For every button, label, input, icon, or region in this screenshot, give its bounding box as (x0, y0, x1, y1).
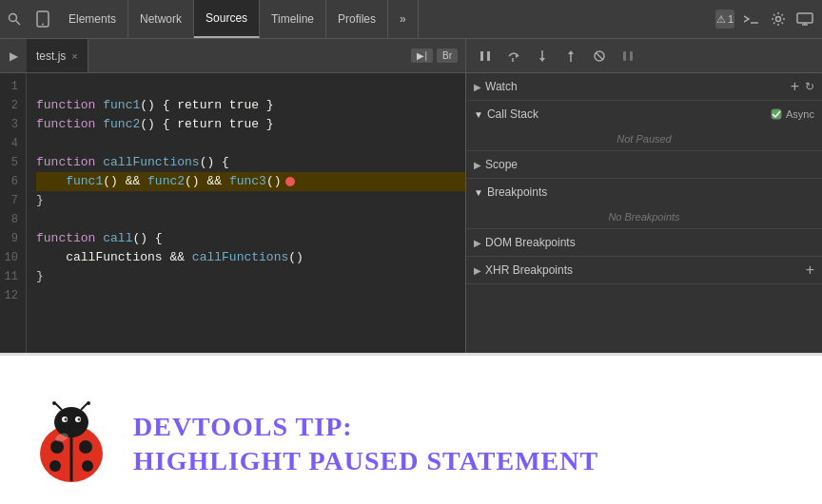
watch-expand-icon: ▶ (474, 82, 481, 92)
breakpoint-button[interactable]: Br (437, 48, 458, 63)
code-line-1 (36, 77, 465, 96)
source-panel: ▶ test.js × ▶| Br 1 2 3 4 5 6 7 8 9 1 (0, 39, 466, 353)
deactivate-button[interactable] (588, 45, 611, 68)
dom-breakpoints-section: ▶ DOM Breakpoints (466, 229, 822, 257)
tab-more[interactable]: » (388, 0, 419, 38)
callstack-header[interactable]: ▼ Call Stack Async (466, 101, 822, 127)
tab-profiles[interactable]: Profiles (326, 0, 388, 38)
callstack-status: Not Paused (466, 127, 822, 150)
code-line-5: function callFunctions() { (36, 153, 465, 172)
watch-add-button[interactable]: + (791, 78, 799, 95)
code-line-8 (36, 210, 465, 229)
xhr-breakpoints-header[interactable]: ▶ XHR Breakpoints + (466, 257, 822, 283)
svg-point-5 (776, 17, 781, 22)
svg-line-35 (81, 403, 88, 410)
svg-point-0 (10, 14, 17, 22)
xhr-breakpoints-section: ▶ XHR Breakpoints + (466, 257, 822, 284)
svg-point-36 (87, 401, 90, 405)
async-checkbox[interactable]: Async (771, 108, 814, 120)
dom-breakpoints-header[interactable]: ▶ DOM Breakpoints (466, 229, 822, 256)
code-content: function func1() { return true } functio… (27, 73, 465, 353)
svg-line-18 (596, 52, 603, 60)
pause-button[interactable] (474, 45, 497, 68)
error-dot (285, 177, 295, 186)
svg-rect-20 (630, 51, 633, 61)
svg-point-3 (42, 24, 44, 26)
code-line-2: function func1() { return true } (36, 96, 465, 115)
toolbar-right: ⚠1 (715, 10, 822, 29)
step-into-button[interactable] (531, 45, 554, 68)
watch-section: ▶ Watch + ↻ (466, 73, 822, 101)
file-tab-right: ▶| Br (411, 48, 465, 63)
svg-point-31 (65, 418, 68, 421)
code-line-7: } (36, 191, 465, 210)
watch-controls: + ↻ (791, 78, 814, 95)
breakpoints-status: No Breakpoints (466, 205, 822, 228)
svg-point-34 (52, 401, 56, 405)
tab-timeline[interactable]: Timeline (260, 0, 326, 38)
svg-marker-14 (539, 58, 545, 62)
svg-point-32 (78, 418, 81, 421)
svg-marker-16 (568, 50, 574, 54)
mobile-icon[interactable] (29, 0, 57, 38)
tip-text: DevTools Tip: Highlight Paused Statement (133, 412, 598, 476)
code-line-4 (36, 134, 465, 153)
svg-point-25 (50, 440, 64, 454)
callstack-expand-icon: ▼ (474, 109, 483, 120)
ladybug-image (29, 401, 114, 487)
pause2-button[interactable] (616, 45, 639, 68)
step-over-button[interactable] (502, 45, 525, 68)
svg-point-28 (82, 460, 93, 472)
breakpoints-section: ▼ Breakpoints No Breakpoints (466, 179, 822, 229)
callstack-section: ▼ Call Stack Async Not Paused (466, 101, 822, 151)
code-line-11: } (36, 267, 465, 286)
breakpoints-header[interactable]: ▼ Breakpoints (466, 179, 822, 205)
tab-elements[interactable]: Elements (57, 0, 128, 38)
code-line-9: function call() { (36, 229, 465, 248)
close-tab-button[interactable]: × (71, 50, 77, 62)
search-icon[interactable] (0, 0, 29, 38)
xhr-breakpoints-expand-icon: ▶ (474, 265, 481, 276)
svg-rect-10 (487, 51, 490, 61)
dom-breakpoints-expand-icon: ▶ (474, 238, 481, 248)
watch-header[interactable]: ▶ Watch + ↻ (466, 73, 822, 100)
breakpoints-expand-icon: ▼ (474, 187, 483, 198)
badge-icon[interactable]: ⚠1 (715, 10, 734, 29)
svg-line-1 (16, 21, 21, 26)
file-tab-testjs[interactable]: test.js × (27, 39, 88, 72)
scope-section: ▶ Scope (466, 151, 822, 179)
watch-refresh-button[interactable]: ↻ (805, 80, 814, 93)
svg-rect-9 (480, 51, 483, 61)
scope-expand-icon: ▶ (474, 160, 481, 170)
main-area: ▶ test.js × ▶| Br 1 2 3 4 5 6 7 8 9 1 (0, 39, 822, 353)
svg-line-33 (55, 403, 62, 410)
code-line-12 (36, 286, 465, 305)
line-numbers: 1 2 3 4 5 6 7 8 9 10 11 12 (0, 73, 27, 353)
svg-point-26 (79, 440, 92, 454)
screen-icon[interactable] (795, 10, 814, 29)
code-area: 1 2 3 4 5 6 7 8 9 10 11 12 function func… (0, 73, 465, 353)
code-line-3: function func2() { return true } (36, 115, 465, 134)
tip-subtitle: Highlight Paused Statement (133, 446, 598, 476)
code-line-10: callFunctions && callFunctions() (36, 248, 465, 267)
right-panel: ▶ Watch + ↻ ▼ Call Stack Async (466, 39, 822, 353)
devtools-toolbar: Elements Network Sources Timeline Profil… (0, 0, 822, 39)
code-line-6: func1() && func2() && func3() (36, 172, 465, 191)
console-icon[interactable] (742, 10, 761, 29)
svg-rect-6 (797, 13, 812, 23)
step-out-button[interactable] (559, 45, 582, 68)
svg-rect-19 (623, 51, 626, 61)
settings-icon[interactable] (769, 10, 788, 29)
xhr-add-button[interactable]: + (806, 262, 814, 279)
callstack-controls: Async (771, 108, 814, 120)
debug-toolbar (466, 39, 822, 73)
tip-area: DevTools Tip: Highlight Paused Statement (0, 353, 822, 504)
run-button[interactable]: ▶ (0, 43, 27, 69)
svg-point-27 (49, 460, 61, 472)
file-tabs: ▶ test.js × ▶| Br (0, 39, 465, 73)
tab-sources[interactable]: Sources (194, 0, 260, 38)
tip-title: DevTools Tip: (133, 412, 598, 442)
run-file-button[interactable]: ▶| (411, 48, 433, 63)
scope-header[interactable]: ▶ Scope (466, 151, 822, 178)
tab-network[interactable]: Network (128, 0, 194, 38)
